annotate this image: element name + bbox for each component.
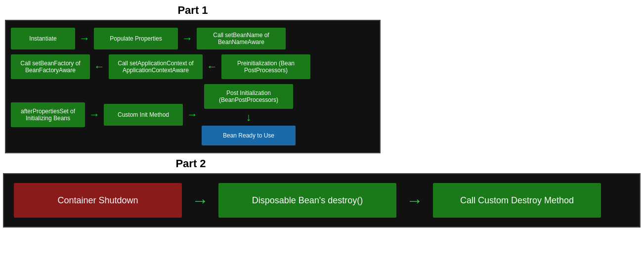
post-init-connector: Post Initialization (BeanPostProcessors)… (202, 84, 296, 145)
part2-diagram: Container Shutdown → Disposable Bean's d… (3, 173, 641, 228)
box-populate-properties: Populate Properties (94, 28, 178, 49)
part2-section: Part 2 Container Shutdown → Disposable B… (3, 155, 641, 228)
arrow-right-3: → (89, 108, 100, 121)
box-setappcontext: Call setApplicationContext of Applicatio… (109, 54, 203, 79)
part1-title: Part 1 (5, 0, 381, 20)
box-custominit: Custom Init Method (104, 104, 183, 126)
part1-diagram: Instantiate → Populate Properties → Call… (5, 20, 381, 153)
part1-section: Part 1 Instantiate → Populate Properties… (5, 0, 381, 153)
box-setbeanfactory: Call setBeanFactory of BeanFactoryAware (11, 54, 90, 79)
arrow-left-1: ← (94, 60, 105, 73)
part2-title: Part 2 (3, 155, 379, 173)
arrow-large-2: → (406, 191, 423, 210)
box-preinit: Preinitialization (Bean PostProcessors) (221, 54, 310, 79)
box-container-shutdown: Container Shutdown (14, 183, 182, 218)
arrow-right-1: → (79, 32, 90, 45)
arrow-right-2: → (182, 32, 193, 45)
flow-row-3: afterPropertiesSet of Initializing Beans… (11, 84, 375, 145)
box-disposable-bean: Disposable Bean's destroy() (218, 183, 396, 218)
box-postinit: Post Initialization (BeanPostProcessors) (204, 84, 293, 109)
page-wrapper: Part 1 Instantiate → Populate Properties… (0, 0, 644, 278)
flow-row-1: Instantiate → Populate Properties → Call… (11, 28, 375, 49)
arrow-large-1: → (192, 191, 209, 210)
box-afterproperties: afterPropertiesSet of Initializing Beans (11, 102, 85, 127)
box-beanready: Bean Ready to Use (202, 126, 296, 145)
flow-row-2: Call setBeanFactory of BeanFactoryAware … (11, 54, 375, 79)
arrow-down-1: ↓ (246, 111, 252, 124)
box-instantiate: Instantiate (11, 28, 75, 49)
arrow-left-2: ← (207, 60, 217, 73)
box-setbeanname: Call setBeanName of BeanNameAware (197, 28, 286, 49)
box-custom-destroy: Call Custom Destroy Method (433, 183, 601, 218)
arrow-right-4: → (187, 108, 198, 121)
